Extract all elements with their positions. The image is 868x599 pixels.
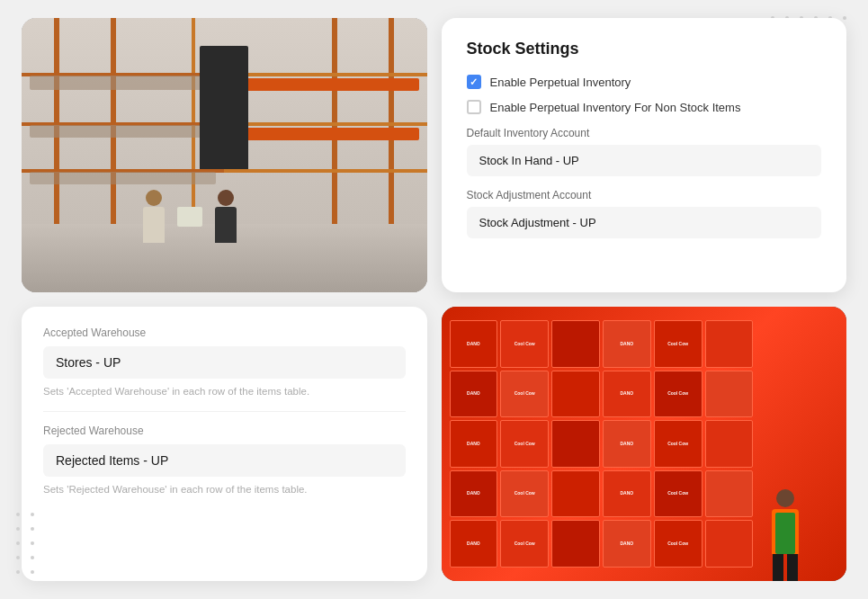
rejected-warehouse-label: Rejected Warehouse: [43, 425, 406, 437]
dano-label: DANO: [467, 491, 480, 496]
dano-box: DANO: [603, 520, 651, 568]
dano-box: DANO: [450, 470, 498, 518]
worker-legs: [773, 554, 798, 581]
stock-adjustment-field: Stock Adjustment Account Stock Adjustmen…: [467, 189, 822, 238]
dano-box: Cool Cow: [654, 371, 702, 418]
dano-box: DANO: [603, 320, 651, 368]
dano-label: Cool Cow: [515, 541, 535, 547]
enable-perpetual-inventory-checkbox[interactable]: [467, 75, 481, 89]
dano-box: [551, 520, 600, 568]
dano-label: Cool Cow: [667, 342, 688, 347]
warehouse-image-card: [22, 18, 427, 292]
dano-box: [551, 470, 600, 518]
checkbox-row-1[interactable]: Enable Perpetual Inventory: [467, 75, 822, 89]
rejected-warehouse-hint: Sets 'Rejected Warehouse' in each row of…: [43, 484, 406, 495]
dano-box: DANO: [450, 420, 498, 468]
default-inventory-field: Default Inventory Account Stock In Hand …: [467, 127, 822, 176]
dano-box: [705, 320, 754, 368]
shelf-row-r3: [224, 169, 426, 173]
warehouse-door: [200, 46, 248, 169]
rejected-warehouse-value[interactable]: Rejected Items - UP: [43, 444, 406, 477]
accepted-warehouse-hint: Sets 'Accepted Warehouse' in each row of…: [43, 386, 406, 397]
dano-box: Cool Cow: [500, 470, 549, 518]
dot: [31, 513, 34, 516]
dano-label: DANO: [467, 541, 480, 547]
dano-label: DANO: [620, 541, 633, 547]
dots-decoration-bottom-left: [16, 513, 40, 579]
rejected-warehouse-group: Rejected Warehouse Rejected Items - UP S…: [43, 425, 406, 495]
warehouse-scene: [22, 18, 427, 292]
worker-body: [772, 509, 799, 554]
dano-label: Cool Cow: [515, 491, 535, 496]
shelf-content-2: [30, 125, 216, 138]
dano-label: DANO: [620, 442, 633, 447]
stock-settings-title: Stock Settings: [467, 40, 822, 58]
dot: [16, 570, 20, 574]
person-2-body: [215, 207, 237, 243]
dot: [31, 556, 34, 559]
dano-label: Cool Cow: [667, 491, 688, 496]
accepted-warehouse-group: Accepted Warehouse Stores - UP Sets 'Acc…: [43, 326, 406, 397]
enable-perpetual-non-stock-label: Enable Perpetual Inventory For Non Stock…: [490, 101, 741, 114]
dano-box: Cool Cow: [654, 320, 702, 368]
shelf-boxes-r2: [232, 128, 418, 140]
accepted-warehouse-value[interactable]: Stores - UP: [43, 346, 406, 379]
dano-label: Cool Cow: [667, 442, 688, 447]
dano-label: Cool Cow: [515, 342, 535, 347]
stock-adjustment-value[interactable]: Stock Adjustment - UP: [467, 207, 822, 238]
enable-perpetual-inventory-label: Enable Perpetual Inventory: [490, 76, 631, 89]
dano-box: Cool Cow: [500, 371, 549, 418]
divider: [43, 411, 406, 412]
shelf-content-1: [30, 76, 216, 90]
shelf-row-r2: [224, 122, 426, 126]
enable-perpetual-non-stock-checkbox[interactable]: [467, 100, 481, 114]
dano-box: DANO: [603, 470, 651, 518]
dano-box: Cool Cow: [654, 470, 702, 518]
dano-box: DANO: [603, 371, 651, 418]
dano-box: Cool Cow: [654, 420, 702, 468]
dano-label: DANO: [620, 342, 633, 347]
dano-label: Cool Cow: [515, 442, 535, 447]
dot: [16, 556, 20, 559]
dot: [16, 527, 20, 531]
page-wrapper: Stock Settings Enable Perpetual Inventor…: [0, 0, 868, 599]
dot: [31, 541, 34, 545]
dano-scene: DANOCool CowDANOCool CowDANOCool CowDANO…: [442, 307, 847, 581]
person-1-head: [146, 190, 162, 206]
dano-box: [551, 420, 600, 468]
dano-label: Cool Cow: [515, 391, 535, 397]
dano-label: Cool Cow: [667, 391, 688, 397]
dano-box: DANO: [450, 371, 498, 418]
dano-box: Cool Cow: [500, 520, 549, 568]
dot: [16, 513, 20, 516]
dano-box: Cool Cow: [500, 420, 549, 468]
dano-label: DANO: [467, 391, 480, 397]
box-carried: [177, 207, 202, 227]
person-2: [215, 190, 237, 243]
checkbox-row-2[interactable]: Enable Perpetual Inventory For Non Stock…: [467, 100, 822, 114]
dano-image-card: DANOCool CowDANOCool CowDANOCool CowDANO…: [442, 307, 847, 581]
dot: [31, 527, 34, 531]
dano-box: Cool Cow: [654, 520, 702, 568]
stock-settings-card: Stock Settings Enable Perpetual Inventor…: [442, 18, 847, 292]
dot: [31, 570, 34, 574]
person-2-head: [218, 190, 234, 206]
shelf-row-r1: [224, 73, 426, 76]
shelf-content-3: [30, 172, 216, 184]
dot: [843, 16, 846, 20]
dano-box: DANO: [603, 420, 651, 468]
dano-label: DANO: [467, 442, 480, 447]
dano-box: [551, 320, 600, 368]
accepted-warehouse-label: Accepted Warehouse: [43, 326, 406, 339]
dano-label: DANO: [620, 391, 633, 397]
worker-leg-right: [787, 554, 798, 581]
stock-adjustment-label: Stock Adjustment Account: [467, 189, 822, 201]
worker-head: [776, 489, 794, 507]
dano-label: DANO: [620, 491, 633, 496]
dano-label: Cool Cow: [667, 541, 688, 547]
default-inventory-value[interactable]: Stock In Hand - UP: [467, 145, 822, 176]
worker-leg-left: [773, 554, 783, 581]
person-1: [143, 190, 165, 243]
dot: [16, 541, 20, 545]
dano-box: DANO: [450, 520, 498, 568]
